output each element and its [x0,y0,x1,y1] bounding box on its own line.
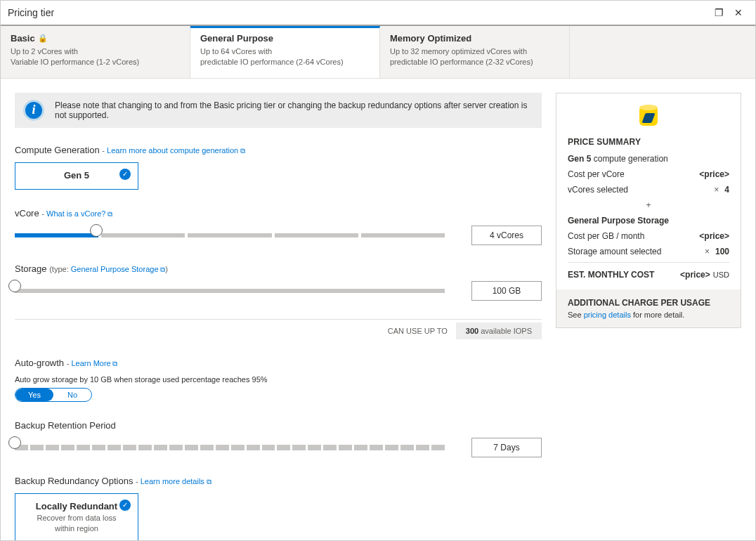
info-text: Please note that changing to and from th… [55,100,533,120]
vcore-slider-thumb[interactable] [90,224,103,237]
locally-redundant-card[interactable]: Locally Redundant Recover from data loss… [15,493,138,540]
vcore-slider[interactable] [15,228,445,242]
database-icon [639,105,658,126]
auto-label: Auto-growth [15,358,64,368]
storage-label: Storage [15,263,47,274]
tier-tabs: Basic 🔒 Up to 2 vCores with Variable IO … [1,26,755,79]
backup-redundancy-link[interactable]: Learn more details [141,477,211,485]
pricing-details-link[interactable]: pricing details [584,311,631,319]
titlebar: Pricing tier ❐ ✕ [1,1,755,26]
storage-slider[interactable] [15,284,445,298]
addl-title: ADDITIONAL CHARGE PER USAGE [568,298,729,308]
check-icon: ✓ [119,169,131,180]
vcores-selected-value: 4 [724,185,729,195]
tab-mo-title: Memory Optimized [390,33,471,44]
backup-period-value[interactable]: 7 Days [471,438,542,457]
storage-slider-thumb[interactable] [8,280,21,292]
lr-title: Locally Redundant [36,501,117,511]
vcore-learn-link[interactable]: What is a vCore? [46,209,112,218]
lock-icon: 🔒 [38,34,48,43]
auto-desc: Auto grow storage by 10 GB when storage … [15,375,542,384]
storage-selected-label: Storage amount selected [568,247,661,256]
info-icon: i [23,100,44,121]
page-title: Pricing tier [8,7,709,18]
vcores-selected-label: vCores selected [568,185,628,195]
storage-value[interactable]: 100 GB [471,281,542,301]
vcore-label: vCore [15,208,39,219]
close-button[interactable]: ✕ [729,3,748,22]
auto-learn-link[interactable]: Learn More [71,359,117,367]
vcore-value[interactable]: 4 vCores [471,226,542,245]
storage-section: Storage (type: General Purpose Storage) … [15,263,542,339]
backup-period-thumb[interactable] [8,436,21,449]
cost-per-gb-value: <price> [699,231,729,241]
check-icon: ✓ [119,500,131,511]
compute-label: Compute Generation [15,145,100,155]
cost-per-vcore-label: Cost per vCore [568,169,625,179]
vcore-section: vCore - What is a vCore? 4 vCores [15,208,542,245]
tab-mo-sub2: predictable IO performance (2-32 vCores) [390,57,559,67]
auto-growth-toggle[interactable]: Yes No [15,388,92,402]
est-cost-label: EST. MONTHLY COST [568,270,654,280]
tab-gp-title: General Purpose [200,33,273,44]
tab-memory-optimized[interactable]: Memory Optimized Up to 32 memory optimiz… [380,26,570,78]
tab-gp-sub1: Up to 64 vCores with [200,46,370,57]
backup-redundancy-section: Backup Redundancy Options - Learn more d… [15,476,542,540]
iops-label: CAN USE UP TO [388,327,448,335]
compute-learn-link[interactable]: Learn more about compute generation [107,146,245,155]
cost-per-gb-label: Cost per GB / month [568,231,644,241]
backup-period-slider[interactable] [15,441,445,455]
tab-basic-sub1: Up to 2 vCores with [11,46,180,57]
backup-redundancy-label: Backup Redundancy Options [15,476,133,486]
tab-mo-sub1: Up to 32 memory optimized vCores with [390,46,559,57]
tab-gp-sub2: predictable IO performance (2-64 vCores) [200,57,370,67]
toggle-yes[interactable]: Yes [15,389,53,401]
gen5-title: Gen 5 [64,170,89,181]
cost-per-vcore-value: <price> [699,169,729,179]
toggle-no[interactable]: No [53,389,91,401]
tab-general-purpose[interactable]: General Purpose Up to 64 vCores with pre… [190,26,380,78]
storage-type-link[interactable]: General Purpose Storage [71,265,166,273]
tab-basic-title: Basic [11,33,35,44]
gen5-card[interactable]: Gen 5 ✓ [15,162,138,190]
compute-generation-section: Compute Generation - Learn more about co… [15,145,542,190]
backup-retention-section: Backup Retention Period 7 Days [15,420,542,457]
restore-button[interactable]: ❐ [709,3,729,22]
backup-period-label: Backup Retention Period [15,420,542,431]
tab-basic[interactable]: Basic 🔒 Up to 2 vCores with Variable IO … [1,26,190,78]
price-summary-panel: PRICE SUMMARY Gen 5 compute generation C… [556,93,741,328]
tab-basic-sub2: Variable IO performance (1-2 vCores) [11,57,180,67]
iops-box: 300 available IOPS [456,322,542,339]
auto-growth-section: Auto-growth - Learn More Auto grow stora… [15,358,542,402]
pricing-tier-blade: Pricing tier ❐ ✕ Basic 🔒 Up to 2 vCores … [0,0,756,541]
storage-selected-value: 100 [715,247,729,256]
est-cost-value: <price> [680,270,710,280]
plus-icon: + [568,200,729,210]
price-summary-title: PRICE SUMMARY [568,137,729,147]
additional-charge-box: ADDITIONAL CHARGE PER USAGE See pricing … [556,289,741,327]
info-banner: i Please note that changing to and from … [15,93,542,128]
storage-header: General Purpose Storage [568,216,729,226]
